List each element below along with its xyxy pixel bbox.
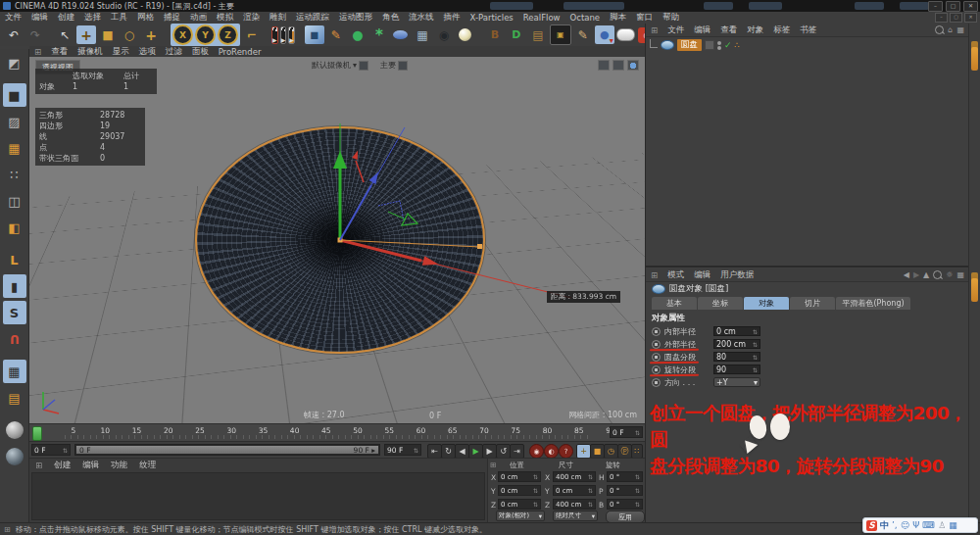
position-y-field[interactable]: 0 cm⇅ [498,485,541,496]
position-z-field[interactable]: 0 cm⇅ [498,499,541,510]
quad-view-icon[interactable] [612,60,624,71]
menu-select[interactable]: 选择 [79,12,106,24]
key-radio-icon[interactable] [652,353,661,362]
move-tool[interactable]: + [76,25,96,44]
menu-snap[interactable]: 捕捉 [159,12,185,24]
panel-icon[interactable]: ⊞ [29,461,48,470]
end-frame-field[interactable]: 90 F⇅ [384,444,421,456]
gear-icon[interactable]: ☼ [946,270,953,279]
emoji-icon[interactable]: ☺ [901,520,909,530]
vp-menu-options[interactable]: 选项 [134,46,161,58]
render-to-picture-viewer-button[interactable]: ▶ [280,26,287,44]
menu-edit[interactable]: 编辑 [26,12,53,24]
timeline-ruler[interactable]: 510 1520 2530 3540 4550 5560 6570 7580 8… [29,423,645,441]
doc-maximize-button[interactable]: ▢ [950,13,962,23]
doc-minimize-button[interactable]: – [935,13,948,23]
mat-menu-function[interactable]: 功能 [105,460,133,471]
rotate-tool[interactable]: ○ [120,25,139,44]
viewport-object-icon[interactable] [627,60,639,71]
default-camera-tab[interactable]: 默认摄像机▾ [312,60,368,71]
vp-menu-prorender[interactable]: ProRender [214,47,267,57]
menu-octane[interactable]: Octane [565,13,606,23]
timeline-frame-field[interactable]: 0 F⇅ [610,426,643,438]
stepper-icon[interactable]: ⇅ [63,447,68,454]
size-y-field[interactable]: 0 cm⇅ [553,485,596,496]
key-rotation-toggle[interactable]: ◷ [604,444,618,459]
floor-button[interactable] [616,25,636,44]
vp-menu-panel[interactable]: 面板 [187,46,214,58]
sogou-logo-icon[interactable]: S [866,520,877,531]
current-frame-field[interactable]: 0 F⇅ [31,444,71,456]
tab-coordinates[interactable]: 坐标 [698,297,743,310]
rotation-p-field[interactable]: 0 °⇅ [607,485,643,496]
panel-divider[interactable] [646,266,969,268]
layout-icon[interactable]: ▦ [956,25,964,34]
record-objects-button[interactable]: ◉ [529,444,544,459]
menu-plugins[interactable]: 插件 [439,12,466,24]
key-parameter-toggle[interactable]: Ⓟ [617,444,632,459]
goto-end-button[interactable]: ⇥ [510,444,524,459]
rotation-segments-field[interactable]: 90⇅ [713,365,760,374]
key-scale-toggle[interactable]: ■ [590,444,605,459]
menu-animate[interactable]: 动画 [185,12,212,24]
picture-viewer-button[interactable]: ▣ [550,24,571,45]
make-editable-button[interactable]: ◩ [3,51,26,74]
menu-tools[interactable]: 工具 [106,12,132,24]
om-menu-file[interactable]: 文件 [662,24,689,36]
paint-setup-button[interactable]: ● [595,25,614,44]
menu-xparticles[interactable]: X-Particles [466,13,518,23]
punctuation-icon[interactable]: ’, [892,520,898,530]
outer-radius-field[interactable]: 200 cm⇅ [713,339,760,349]
layout-tab-icon[interactable] [971,41,978,71]
am-menu-mode[interactable]: 模式 [662,269,689,281]
single-view-icon[interactable] [598,60,610,71]
menu-script[interactable]: 脚本 [605,12,631,24]
object-row-disc[interactable]: 圆盘 ✓ ∴ [650,39,740,51]
lock-workplane-button[interactable]: ▦ [3,360,26,383]
bodypaint-button[interactable]: B [485,25,505,44]
om-menu-view[interactable]: 查看 [715,24,742,36]
doc-close-button[interactable]: ✕ [964,13,977,23]
menu-mesh[interactable]: 网格 [132,12,159,24]
lock-z-axis-button[interactable]: Z [218,24,238,45]
parent-icon[interactable]: ▲ [923,270,929,279]
content-browser-button[interactable]: ▤ [528,25,548,44]
menu-mograph[interactable]: 运动图形 [334,12,377,24]
menu-motion-tracker[interactable]: 运动跟踪 [291,12,334,24]
viewport-material-2[interactable] [3,445,26,468]
next-frame-button[interactable]: ▶ [482,444,497,459]
polygons-mode-button[interactable]: ◧ [3,216,26,239]
menu-sculpt[interactable]: 雕刻 [265,12,291,24]
toolbox-icon[interactable]: ▦ [949,520,957,530]
render-settings-button[interactable]: ▶ [288,26,295,44]
quantize-button[interactable]: ▤ [3,386,26,410]
points-mode-button[interactable]: ∷ [3,163,26,186]
light-button[interactable] [456,25,475,44]
main-view-tab[interactable]: 主要 [380,60,408,71]
primitive-cube-button[interactable]: ◼ [305,25,324,44]
prev-frame-button[interactable]: ◀ [455,444,469,459]
size-mode-dropdown[interactable]: 绝对尺寸▾ [553,511,598,521]
maximize-button[interactable]: ▢ [946,1,960,12]
loop-button[interactable]: ↻ [441,444,456,459]
uv-tools-button[interactable]: D [507,25,526,44]
rotation-b-field[interactable]: 0 °⇅ [607,499,643,510]
live-select-tool[interactable]: ↖ [55,25,74,44]
panel-icon[interactable]: ⊞ [646,25,662,35]
menu-simulate[interactable]: 模拟 [212,12,238,24]
menu-create[interactable]: 创建 [53,12,79,24]
inner-radius-field[interactable]: 0 cm⇅ [713,326,760,336]
autokey-button[interactable]: ◐ [544,444,559,459]
mat-menu-edit[interactable]: 编辑 [76,460,105,471]
tab-basic[interactable]: 基本 [652,297,697,310]
edges-mode-button[interactable]: ◫ [3,189,26,213]
environment-button[interactable]: ▦ [413,25,432,44]
orientation-dropdown[interactable]: +Y▾ [713,377,760,387]
panel-icon[interactable]: ⊞ [29,47,46,57]
minimize-button[interactable]: – [928,1,943,12]
vp-menu-camera[interactable]: 摄像机 [73,46,108,58]
render-view-button[interactable]: ▶ [271,26,278,44]
menu-file[interactable]: 文件 [0,12,26,24]
playhead[interactable] [32,426,42,441]
layer-box-icon[interactable] [705,40,714,50]
